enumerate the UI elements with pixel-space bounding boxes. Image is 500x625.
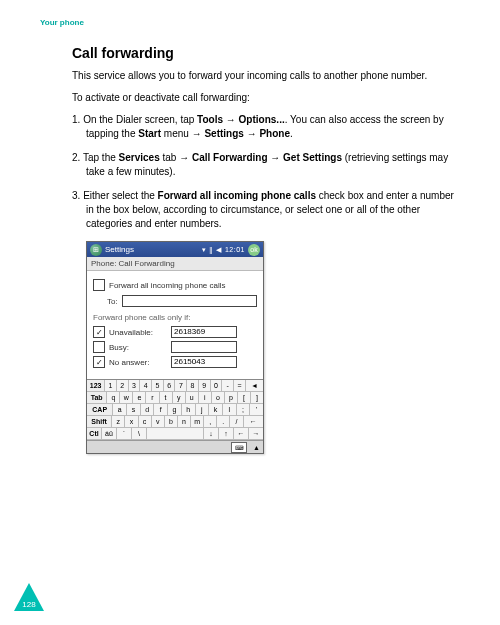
key[interactable]: f [154,404,168,415]
key[interactable]: áü [102,428,117,439]
keyboard-toggle-icon[interactable]: ⌨ [231,442,247,453]
key[interactable]: ` [117,428,132,439]
key[interactable]: e [133,392,146,403]
key[interactable]: h [182,404,196,415]
section-header: Your phone [40,18,460,27]
key[interactable]: 123 [87,380,105,391]
key[interactable]: p [225,392,238,403]
ok-button[interactable]: ok [248,244,260,256]
key[interactable]: [ [238,392,251,403]
key[interactable]: 6 [164,380,176,391]
key[interactable]: l [223,404,237,415]
unavailable-label: Unavailable: [109,328,171,337]
key[interactable]: 5 [152,380,164,391]
key[interactable]: \ [132,428,147,439]
key[interactable]: s [127,404,141,415]
key[interactable]: 7 [175,380,187,391]
unavailable-checkbox[interactable]: ✓ [93,326,105,338]
key[interactable]: m [191,416,204,427]
key[interactable]: 0 [211,380,223,391]
key[interactable]: n [178,416,191,427]
key[interactable]: q [107,392,120,403]
key[interactable]: 4 [140,380,152,391]
forward-all-label: Forward all incoming phone calls [109,281,226,290]
key[interactable]: → [249,428,263,439]
key[interactable]: CAP [87,404,113,415]
busy-input[interactable] [171,341,237,353]
key[interactable]: ' [250,404,263,415]
key[interactable]: a [113,404,127,415]
key[interactable]: 2 [117,380,129,391]
key[interactable]: c [139,416,152,427]
key[interactable]: ◄ [246,380,263,391]
step-number: 3. [72,190,80,201]
key[interactable]: ] [251,392,263,403]
key[interactable]: . [217,416,230,427]
key[interactable]: 8 [187,380,199,391]
key[interactable]: = [234,380,246,391]
key[interactable]: Ctl [87,428,102,439]
key[interactable]: j [196,404,210,415]
to-label: To: [107,297,118,306]
device-screenshot: ⊞ Settings ▾ ‖ ◀ 12:01 ok Phone: Call Fo… [86,241,264,454]
key[interactable]: ↓ [204,428,219,439]
steps-list: 1. On the Dialer screen, tap Tools → Opt… [72,113,460,231]
step-number: 2. [72,152,80,163]
key[interactable]: u [186,392,199,403]
unavailable-input[interactable]: 2618369 [171,326,237,338]
key[interactable]: 9 [199,380,211,391]
key[interactable]: g [168,404,182,415]
key[interactable]: b [165,416,178,427]
page-title: Call forwarding [72,45,460,61]
page-number-badge: 128 [14,583,44,611]
key[interactable]: / [230,416,243,427]
up-arrow-icon[interactable]: ▲ [253,444,260,451]
key[interactable]: ← [244,416,263,427]
key[interactable]: , [204,416,217,427]
key[interactable]: v [152,416,165,427]
key[interactable]: z [112,416,125,427]
step-3: 3. Either select the Forward all incomin… [72,189,460,231]
clock: 12:01 [225,246,245,253]
key[interactable] [147,428,204,439]
busy-checkbox[interactable] [93,341,105,353]
form-area: Forward all incoming phone calls To: For… [87,271,263,379]
key[interactable]: 3 [129,380,141,391]
key[interactable]: ; [237,404,251,415]
step-2: 2. Tap the Services tab → Call Forwardin… [72,151,460,179]
forward-all-checkbox[interactable] [93,279,105,291]
signal-icon: ▾ ‖ [202,246,213,254]
status-icons: ▾ ‖ ◀ 12:01 [202,246,245,254]
only-if-label: Forward phone calls only if: [93,313,257,322]
speaker-icon: ◀ [216,246,222,254]
noanswer-checkbox[interactable]: ✓ [93,356,105,368]
key[interactable]: t [160,392,173,403]
busy-label: Busy: [109,343,171,352]
key[interactable]: 1 [105,380,117,391]
step-1: 1. On the Dialer screen, tap Tools → Opt… [72,113,460,141]
titlebar-app: Settings [105,245,134,254]
key[interactable]: k [209,404,223,415]
titlebar: ⊞ Settings ▾ ‖ ◀ 12:01 ok [87,242,263,257]
noanswer-label: No answer: [109,358,171,367]
key[interactable]: i [199,392,212,403]
page-number: 128 [22,600,35,609]
start-icon[interactable]: ⊞ [90,244,102,256]
key[interactable]: d [141,404,155,415]
key[interactable]: ↑ [219,428,234,439]
key[interactable]: x [125,416,138,427]
key[interactable]: - [222,380,234,391]
noanswer-input[interactable]: 2615043 [171,356,237,368]
to-input[interactable] [122,295,257,307]
subtitle-bar: Phone: Call Forwarding [87,257,263,271]
key[interactable]: Shift [87,416,112,427]
key[interactable]: o [212,392,225,403]
key[interactable]: ← [234,428,249,439]
key[interactable]: w [120,392,133,403]
step-number: 1. [72,114,80,125]
soft-keyboard[interactable]: 1231234567890-=◄ Tabqwertyuiop[] CAPasdf… [87,379,263,440]
key[interactable]: r [146,392,159,403]
key[interactable]: Tab [87,392,107,403]
intro-text: This service allows you to forward your … [72,69,460,83]
key[interactable]: y [173,392,186,403]
